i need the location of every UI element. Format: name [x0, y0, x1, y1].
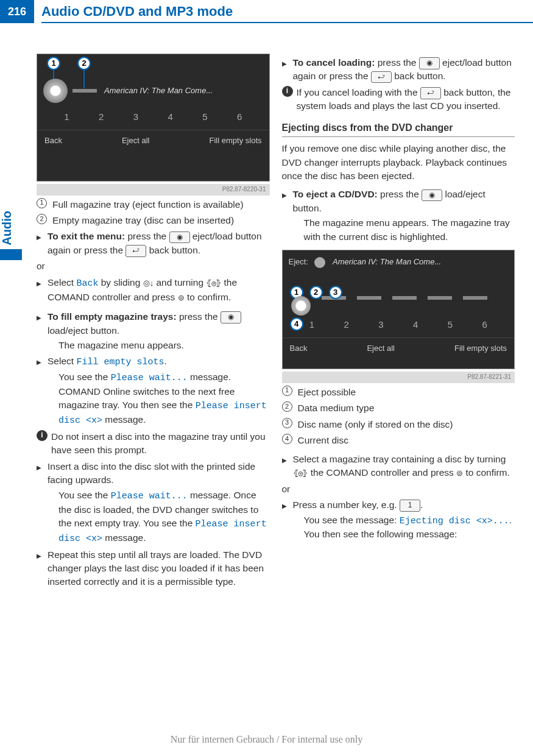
step-marker — [282, 498, 293, 542]
press-icon: ⊚ — [456, 468, 463, 478]
step-marker — [282, 453, 293, 480]
step: Select Back by sliding ◎↓ and turning ⦃◎… — [37, 276, 270, 304]
press-icon: ⊚ — [178, 293, 185, 302]
page-header: 216 Audio CD/DVD and MP3 mode — [0, 0, 533, 23]
legend-text: Full magazine tray (eject function is av… — [52, 198, 244, 211]
eject-button-icon: ◉ — [422, 189, 442, 201]
softkey-eject-all: Eject all — [367, 343, 395, 355]
step: To eject a CD/DVD: press the ◉ load/ejec… — [282, 188, 515, 244]
slot-numbers: 1 2 3 4 5 6 — [283, 318, 515, 337]
step: Press a number key, e.g. 1. You see the … — [282, 498, 515, 542]
image-id: P82.87-8220-31 — [37, 184, 270, 196]
step-result: You see the message: Ejecting disc <x>..… — [304, 514, 515, 542]
step-marker — [37, 310, 48, 352]
legend-row: 2Data medium type — [282, 401, 515, 415]
eject-button-icon: ◉ — [221, 311, 241, 323]
legend-num-2: 2 — [37, 214, 47, 224]
step: Select Fill empty slots. You see the Ple… — [37, 355, 270, 427]
info-note: i Do not insert a disc into the magazine… — [37, 430, 270, 457]
callout-2: 2 — [77, 57, 91, 70]
or-text: or — [282, 482, 515, 496]
disc-title: American IV: The Man Come... — [104, 85, 213, 97]
section-heading: Ejecting discs from the DVD changer — [282, 121, 515, 137]
legend-row: 1 Full magazine tray (eject function is … — [37, 198, 270, 211]
step-result: You see the Please wait... message. COMA… — [58, 370, 270, 428]
screenshot-magazine-2: Eject: American IV: The Man Come... 1 2 … — [282, 250, 515, 369]
softkey-fill: Fill empty slots — [454, 343, 507, 355]
empty-slot-icon — [392, 296, 417, 300]
empty-slot-icon — [357, 296, 381, 300]
or-text: or — [37, 260, 270, 273]
step-result: The magazine menu appears. — [58, 339, 270, 352]
legend-row: 4Current disc — [282, 434, 515, 447]
legend-row: 1Eject possible — [282, 386, 515, 399]
step-marker — [37, 548, 48, 589]
softkey-back: Back — [290, 343, 308, 355]
empty-slot-icon — [428, 296, 452, 300]
callout-4: 4 — [290, 317, 303, 331]
section-tab: Audio — [0, 207, 22, 268]
right-column: To cancel loading: press the ◉ eject/loa… — [282, 54, 515, 592]
eject-button-icon: ◉ — [419, 57, 440, 69]
step: To fill empty magazine trays: press the … — [37, 310, 270, 352]
back-button-icon: ⮐ — [420, 87, 441, 99]
step: Repeat this step until all trays are loa… — [37, 548, 270, 589]
disc-type-icon — [314, 257, 325, 268]
empty-slot-icon — [72, 89, 97, 93]
softkey-fill: Fill empty slots — [210, 135, 262, 147]
legend-text: Empty magazine tray (disc can be inserte… — [52, 214, 234, 227]
step-marker — [37, 460, 48, 546]
disc-icon — [43, 79, 68, 103]
number-key-icon: 1 — [400, 500, 420, 511]
eject-label: Eject: — [289, 256, 309, 268]
disc-icon — [291, 296, 311, 316]
step-marker — [37, 230, 48, 257]
callout-1: 1 — [47, 57, 60, 70]
softkey-back: Back — [44, 135, 62, 147]
info-icon: i — [37, 430, 48, 441]
empty-slot-icon — [463, 296, 487, 300]
step-result: The magazine menu appears. The magazine … — [304, 216, 515, 244]
step-marker — [37, 355, 48, 427]
softkey-eject-all: Eject all — [122, 135, 150, 147]
body-text: If you remove one disc while playing ano… — [282, 142, 515, 183]
step: To cancel loading: press the ◉ eject/loa… — [282, 56, 515, 83]
section-tab-label: Audio — [0, 207, 22, 249]
back-button-icon: ⮐ — [125, 245, 146, 256]
callout-3: 3 — [329, 286, 342, 299]
info-note: i If you cancel loading with the ⮐ back … — [282, 86, 515, 113]
step: Insert a disc into the disc slot with th… — [37, 460, 270, 546]
step-result: You see the Please wait... message. Once… — [58, 489, 270, 546]
step: To exit the menu: press the ◉ eject/load… — [37, 230, 270, 257]
disc-title: American IV: The Man Come... — [333, 256, 441, 268]
legend-row: 2 Empty magazine tray (disc can be inser… — [37, 214, 270, 227]
page-number: 216 — [0, 0, 34, 23]
step-marker — [37, 276, 48, 304]
footer-watermark: Nur für internen Gebrauch / For internal… — [0, 734, 533, 745]
step: Select a magazine tray containing a disc… — [282, 453, 515, 480]
turn-icon: ⦃◎⦄ — [293, 468, 308, 478]
step-marker — [282, 56, 293, 83]
callout-2: 2 — [309, 286, 323, 299]
step-marker — [282, 188, 293, 244]
image-id: P82.87-8221-31 — [282, 372, 515, 383]
eject-button-icon: ◉ — [169, 231, 190, 243]
legend-row: 3Disc name (only if stored on the disc) — [282, 418, 515, 431]
info-icon: i — [282, 86, 293, 97]
page-title: Audio CD/DVD and MP3 mode — [41, 0, 533, 23]
screenshot-magazine-1: 1 2 American IV: The Man Come... 1 2 3 4… — [37, 54, 270, 182]
slot-numbers: 1 2 3 4 5 6 — [37, 107, 269, 130]
section-tab-marker — [0, 249, 22, 260]
slide-icon: ◎↓ — [143, 278, 154, 288]
legend-num-1: 1 — [37, 198, 47, 208]
back-button-icon: ⮐ — [371, 71, 392, 83]
turn-icon: ⦃◎⦄ — [206, 278, 221, 288]
left-column: 1 2 American IV: The Man Come... 1 2 3 4… — [37, 54, 270, 592]
